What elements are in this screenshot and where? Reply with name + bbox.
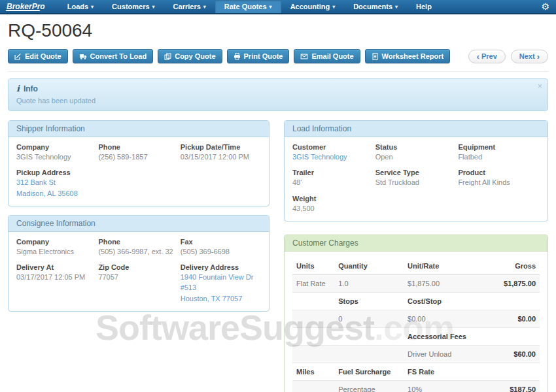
nav-item-customers[interactable]: Customers ▾ xyxy=(103,0,164,13)
field-phone: Phone (256) 589-1857 xyxy=(98,143,175,161)
cell: Cost/Stop xyxy=(404,292,485,310)
cell: Driver Unload xyxy=(404,345,485,363)
chevron-right-icon: › xyxy=(537,52,540,61)
button-label: Print Quote xyxy=(244,52,283,60)
nav-item-rate-quotes[interactable]: Rate Quotes ▾ xyxy=(215,0,281,13)
field-service-type: Service Type Std Truckload xyxy=(375,169,453,187)
delivery-address-link[interactable]: #513 xyxy=(181,283,261,292)
top-navbar: BrokerPro Loads ▾ Customers ▾ Carriers ▾… xyxy=(0,0,556,14)
field-label: Phone xyxy=(98,143,175,151)
button-label: Convert To Load xyxy=(90,52,147,60)
field-company: Company 3GIS Technology xyxy=(16,143,93,161)
delivery-address-link[interactable]: Houston, TX 77057 xyxy=(181,294,261,303)
table-row: 0 $0.00 $0.00 xyxy=(292,310,540,327)
alert-title-text: Info xyxy=(24,84,38,93)
field-label: Delivery At xyxy=(16,263,93,271)
cell xyxy=(334,327,404,345)
cell: Percentage xyxy=(334,380,404,392)
field-weight: Weight 43,500 xyxy=(292,195,370,213)
nav-label: Loads xyxy=(67,3,88,10)
field-label: Service Type xyxy=(375,169,453,176)
field-value: (256) 589-1857 xyxy=(98,152,175,161)
cell xyxy=(292,310,334,327)
button-label: Email Quote xyxy=(311,52,353,60)
nav-label: Help xyxy=(416,3,432,10)
field-label: Zip Code xyxy=(98,263,175,271)
quote-toolbar: Edit Quote Convert To Load Copy Quote Pr… xyxy=(8,49,548,72)
field-value: Sigma Electronics xyxy=(16,247,93,256)
nav-label: Documents xyxy=(353,3,392,10)
delivery-address-link[interactable]: 1940 Fountain View Dr xyxy=(181,272,261,282)
cell: $0.00 xyxy=(485,310,540,327)
charges-header-row: Units Quantity Unit/Rate Gross xyxy=(292,257,540,275)
customer-charges-panel: Customer Charges Units Quantity Unit/Rat… xyxy=(284,235,548,392)
field-customer: Customer 3GIS Technology xyxy=(292,143,370,161)
cell: 0 xyxy=(334,310,404,327)
close-icon[interactable]: × xyxy=(537,81,542,91)
field-phone: Phone (505) 366-9987, ext. 32 xyxy=(98,238,175,256)
field-label: Trailer xyxy=(292,169,370,176)
chevron-down-icon: ▾ xyxy=(395,4,398,10)
nav-item-accounting[interactable]: Accounting ▾ xyxy=(281,0,345,13)
consignee-information-panel: Consignee Information Company Sigma Elec… xyxy=(8,215,269,312)
button-label: Copy Quote xyxy=(175,52,215,60)
panel-title: Customer Charges xyxy=(285,235,547,252)
cell: $0.00 xyxy=(404,310,485,327)
alert-title: i Info xyxy=(16,84,540,93)
field-equipment: Equipment Flatbed xyxy=(458,143,540,161)
convert-to-load-button[interactable]: Convert To Load xyxy=(73,49,154,63)
print-quote-button[interactable]: Print Quote xyxy=(227,49,290,63)
button-label: Worksheet Report xyxy=(382,52,444,60)
copy-icon xyxy=(164,53,171,60)
customer-link[interactable]: 3GIS Technology xyxy=(292,152,370,161)
field-value: Flatbed xyxy=(458,152,540,161)
field-status: Status Open xyxy=(375,143,453,161)
email-icon xyxy=(300,53,308,60)
column-header: Unit/Rate xyxy=(404,257,485,275)
table-row: Flat Rate 1.0 $1,875.00 $1,875.00 xyxy=(292,274,540,292)
field-product: Product Freight All Kinds xyxy=(458,169,540,187)
cell xyxy=(485,363,540,380)
field-value: 48' xyxy=(292,178,370,187)
truck-icon xyxy=(79,53,87,60)
cell: Miles xyxy=(292,363,334,380)
chevron-down-icon: ▾ xyxy=(91,4,94,10)
column-header: Gross xyxy=(485,257,540,275)
gear-icon[interactable]: ⚙ xyxy=(534,0,556,13)
edit-icon xyxy=(14,53,22,60)
pickup-address-link[interactable]: 312 Bank St xyxy=(16,178,261,187)
load-information-panel: Load Information Customer 3GIS Technolog… xyxy=(284,120,548,221)
charges-table: Units Quantity Unit/Rate Gross Flat Rate… xyxy=(292,257,540,392)
chevron-down-icon: ▾ xyxy=(269,4,272,10)
field-label: Weight xyxy=(292,195,370,203)
nav-item-loads[interactable]: Loads ▾ xyxy=(58,0,103,13)
copy-quote-button[interactable]: Copy Quote xyxy=(158,49,222,63)
prev-quote-button[interactable]: ‹ Prev xyxy=(468,50,506,63)
field-fax: Fax (505) 369-6698 xyxy=(181,238,261,256)
nav-item-documents[interactable]: Documents ▾ xyxy=(344,0,407,13)
field-company: Company Sigma Electronics xyxy=(16,238,93,256)
brokerpro-logo[interactable]: BrokerPro xyxy=(0,0,58,13)
table-row: Driver Unload $60.00 xyxy=(292,345,540,363)
nav-item-carriers[interactable]: Carriers ▾ xyxy=(164,0,215,13)
next-quote-button[interactable]: Next › xyxy=(511,50,548,63)
field-pickup-address: Pickup Address 312 Bank St Madison, AL 3… xyxy=(16,169,261,198)
chevron-left-icon: ‹ xyxy=(477,52,479,61)
panel-title: Load Information xyxy=(285,121,547,137)
column-header: Quantity xyxy=(334,257,404,275)
pickup-address-link[interactable]: Madison, AL 35608 xyxy=(16,189,261,198)
left-column: Shipper Information Company 3GIS Technol… xyxy=(8,120,269,312)
cell xyxy=(485,292,540,310)
cell: $1,875.00 xyxy=(404,274,485,292)
email-quote-button[interactable]: Email Quote xyxy=(294,49,360,63)
table-subheader-row: Accessorial Fees xyxy=(292,327,540,345)
worksheet-report-button[interactable]: Worksheet Report xyxy=(365,49,451,63)
cell: 10% xyxy=(404,380,485,392)
field-value: (505) 366-9987, ext. 32 xyxy=(98,247,175,256)
nav-item-help[interactable]: Help xyxy=(407,0,441,13)
button-label: Prev xyxy=(481,52,497,60)
field-value: 3GIS Technology xyxy=(16,152,93,161)
field-label: Fax xyxy=(181,238,261,246)
edit-quote-button[interactable]: Edit Quote xyxy=(8,49,68,63)
field-label: Phone xyxy=(98,238,175,246)
